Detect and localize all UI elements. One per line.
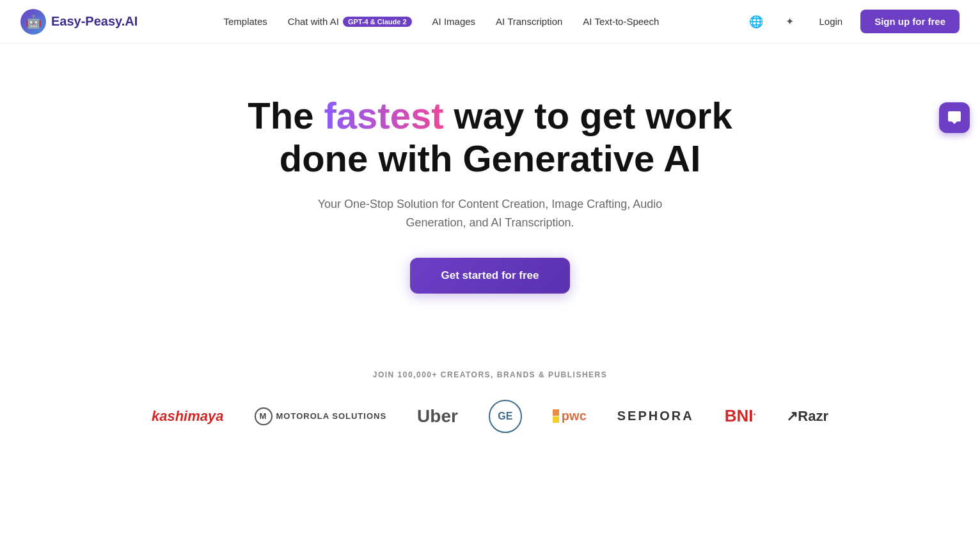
motorola-text: MOTOROLA SOLUTIONS	[276, 411, 387, 421]
brand-motorola: M MOTOROLA SOLUTIONS	[255, 407, 387, 425]
nav-tts[interactable]: AI Text-to-Speech	[583, 16, 659, 27]
hero-title-before: The	[248, 95, 324, 136]
motorola-circle-icon: M	[255, 407, 273, 425]
brand-uber: Uber	[417, 406, 458, 427]
nav-transcription[interactable]: AI Transcription	[496, 16, 562, 27]
theme-icon: ✦	[786, 15, 794, 28]
pwc-wrapper: pwc	[553, 409, 587, 423]
chat-icon	[947, 110, 962, 125]
pwc-text: pwc	[562, 409, 587, 423]
float-chat-button[interactable]	[939, 102, 970, 133]
nav-chat[interactable]: Chat with AI	[288, 16, 339, 27]
signup-button[interactable]: Sign up for free	[860, 10, 960, 33]
hero-title: The fastest way to get work done with Ge…	[202, 95, 778, 180]
nav-images[interactable]: AI Images	[432, 16, 476, 27]
gpt-badge: GPT-4 & Claude 2	[343, 17, 412, 27]
nav-templates[interactable]: Templates	[223, 16, 267, 27]
brands-label: JOIN 100,000+ CREATORS, BRANDS & PUBLISH…	[20, 370, 960, 379]
brand-ge: GE	[489, 400, 522, 433]
brands-section: JOIN 100,000+ CREATORS, BRANDS & PUBLISH…	[0, 332, 980, 459]
brand-kashimaya: kashimaya	[152, 408, 224, 425]
pwc-blocks-icon	[553, 409, 559, 423]
hero-section: The fastest way to get work done with Ge…	[0, 43, 980, 332]
cta-button[interactable]: Get started for free	[410, 258, 569, 294]
brand-sephora: SEPHORA	[617, 409, 694, 423]
logo-link[interactable]: 🤖 Easy-Peasy.AI	[20, 9, 138, 35]
nav-links: Templates Chat with AI GPT-4 & Claude 2 …	[223, 16, 659, 28]
globe-icon: 🌐	[749, 15, 763, 29]
theme-toggle-button[interactable]: ✦	[778, 10, 801, 33]
brand-bni: BNI.	[725, 406, 756, 426]
brand-razor: ↗Razr	[786, 408, 828, 425]
hero-subtitle: Your One-Stop Solution for Content Creat…	[311, 195, 669, 232]
logo-icon: 🤖	[20, 9, 46, 35]
navbar-right: 🌐 ✦ Login Sign up for free	[745, 10, 960, 33]
brands-row: kashimaya M MOTOROLA SOLUTIONS Uber GE p…	[20, 400, 960, 433]
hero-title-highlight: fastest	[324, 95, 444, 136]
brand-pwc: pwc	[553, 409, 587, 423]
logo-text: Easy-Peasy.AI	[51, 14, 138, 29]
navbar: 🤖 Easy-Peasy.AI Templates Chat with AI G…	[0, 0, 980, 43]
globe-button[interactable]: 🌐	[745, 10, 768, 33]
login-button[interactable]: Login	[811, 11, 850, 32]
